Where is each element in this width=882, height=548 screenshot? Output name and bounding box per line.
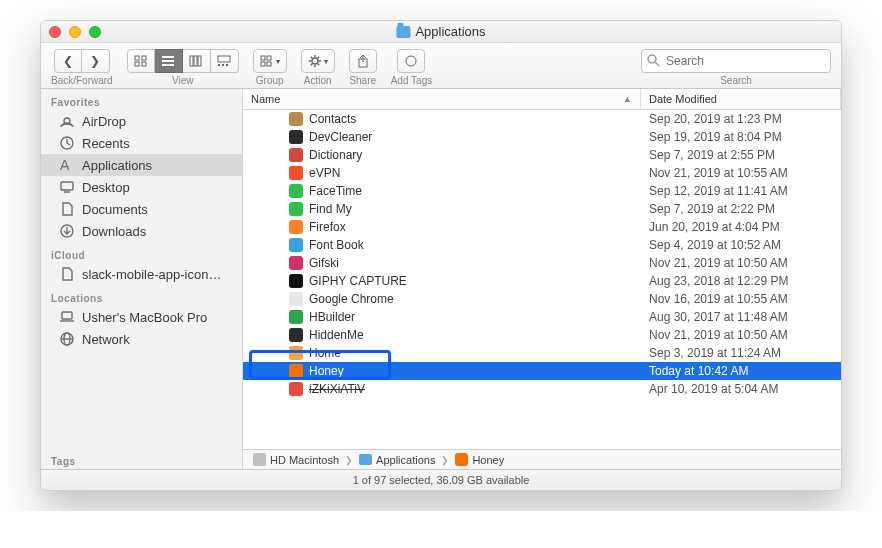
view-switcher bbox=[127, 49, 239, 73]
svg-rect-16 bbox=[261, 62, 265, 66]
search-input[interactable] bbox=[641, 49, 831, 73]
action-button[interactable]: ▾ bbox=[301, 49, 335, 73]
column-view-button[interactable] bbox=[183, 49, 211, 73]
svg-rect-39 bbox=[62, 312, 72, 319]
path-disk-label: HD Macintosh bbox=[270, 454, 339, 466]
folder-icon bbox=[396, 26, 410, 38]
file-date: Nov 16, 2019 at 10:55 AM bbox=[641, 292, 841, 306]
table-row[interactable]: eVPNNov 21, 2019 at 10:55 AM bbox=[243, 164, 841, 182]
globe-icon bbox=[59, 331, 75, 347]
table-row[interactable]: ContactsSep 20, 2019 at 1:23 PM bbox=[243, 110, 841, 128]
table-row[interactable]: HBuilderAug 30, 2017 at 11:48 AM bbox=[243, 308, 841, 326]
sidebar: Favorites AirDropRecentsAApplicationsDes… bbox=[41, 89, 243, 469]
app-icon bbox=[289, 274, 303, 288]
share-label: Share bbox=[349, 75, 376, 86]
table-row[interactable]: FirefoxJun 20, 2019 at 4:04 PM bbox=[243, 218, 841, 236]
table-row[interactable]: DevCleanerSep 19, 2019 at 8:04 PM bbox=[243, 128, 841, 146]
app-icon bbox=[289, 382, 303, 396]
sort-caret-icon: ▲ bbox=[623, 94, 632, 104]
table-row[interactable]: Font BookSep 4, 2019 at 10:52 AM bbox=[243, 236, 841, 254]
file-name: GIPHY CAPTURE bbox=[309, 274, 407, 288]
column-name-header[interactable]: Name ▲ bbox=[243, 89, 641, 109]
app-icon bbox=[289, 130, 303, 144]
table-row[interactable]: iZKiXiATiVApr 10, 2019 at 5:04 AM bbox=[243, 380, 841, 398]
file-date: Nov 21, 2019 at 10:55 AM bbox=[641, 166, 841, 180]
sidebar-item-label: Desktop bbox=[82, 180, 130, 195]
traffic-lights bbox=[49, 26, 101, 38]
downloads-icon bbox=[59, 223, 75, 239]
path-folder[interactable]: Applications bbox=[359, 454, 435, 466]
icloud-header: iCloud bbox=[41, 246, 242, 263]
toolbar: ❮ ❯ Back/Forward View bbox=[41, 43, 841, 89]
table-row[interactable]: Find MySep 7, 2019 at 2:22 PM bbox=[243, 200, 841, 218]
gallery-view-button[interactable] bbox=[211, 49, 239, 73]
sidebar-item-recents[interactable]: Recents bbox=[41, 132, 242, 154]
file-date: Sep 7, 2019 at 2:22 PM bbox=[641, 202, 841, 216]
file-date: Apr 10, 2019 at 5:04 AM bbox=[641, 382, 841, 396]
svg-line-25 bbox=[310, 64, 311, 65]
file-name: HBuilder bbox=[309, 310, 355, 324]
table-row[interactable]: GifskiNov 21, 2019 at 10:50 AM bbox=[243, 254, 841, 272]
table-row[interactable]: HoneyToday at 10:42 AM bbox=[243, 362, 841, 380]
close-icon[interactable] bbox=[49, 26, 61, 38]
table-row[interactable]: DictionarySep 7, 2019 at 2:55 PM bbox=[243, 146, 841, 164]
airdrop-icon bbox=[59, 113, 75, 129]
icon-view-button[interactable] bbox=[127, 49, 155, 73]
table-row[interactable]: FaceTimeSep 12, 2019 at 11:41 AM bbox=[243, 182, 841, 200]
apps-icon: A bbox=[59, 157, 75, 173]
sidebar-item-desktop[interactable]: Desktop bbox=[41, 176, 242, 198]
file-name: Firefox bbox=[309, 220, 346, 234]
zoom-icon[interactable] bbox=[89, 26, 101, 38]
gallery-view-icon bbox=[217, 55, 231, 67]
forward-button[interactable]: ❯ bbox=[82, 49, 110, 73]
sidebar-item-label: Documents bbox=[82, 202, 148, 217]
group-label: Group bbox=[256, 75, 284, 86]
sidebar-item-usher-s-macbook-pro[interactable]: Usher's MacBook Pro bbox=[41, 306, 242, 328]
group-icon bbox=[260, 55, 274, 67]
file-date: Sep 20, 2019 at 1:23 PM bbox=[641, 112, 841, 126]
path-disk[interactable]: HD Macintosh bbox=[253, 453, 339, 466]
sidebar-item-downloads[interactable]: Downloads bbox=[41, 220, 242, 242]
back-forward-label: Back/Forward bbox=[51, 75, 113, 86]
titlebar[interactable]: Applications bbox=[41, 21, 841, 43]
app-icon bbox=[289, 202, 303, 216]
file-name: DevCleaner bbox=[309, 130, 372, 144]
laptop-icon bbox=[59, 309, 75, 325]
column-date-label: Date Modified bbox=[649, 93, 717, 105]
table-row[interactable]: GIPHY CAPTUREAug 23, 2018 at 12:29 PM bbox=[243, 272, 841, 290]
back-button[interactable]: ❮ bbox=[54, 49, 82, 73]
sidebar-item-label: Network bbox=[82, 332, 130, 347]
app-icon bbox=[289, 112, 303, 126]
svg-rect-2 bbox=[135, 62, 139, 66]
sidebar-item-network[interactable]: Network bbox=[41, 328, 242, 350]
favorites-header: Favorites bbox=[41, 93, 242, 110]
sidebar-item-applications[interactable]: AApplications bbox=[41, 154, 242, 176]
group-button[interactable]: ▾ bbox=[253, 49, 287, 73]
chevron-right-icon: ❯ bbox=[441, 455, 449, 465]
path-item[interactable]: Honey bbox=[455, 453, 504, 466]
table-row[interactable]: HiddenMeNov 21, 2019 at 10:50 AM bbox=[243, 326, 841, 344]
svg-rect-3 bbox=[142, 62, 146, 66]
addtags-button[interactable] bbox=[397, 49, 425, 73]
file-list[interactable]: ContactsSep 20, 2019 at 1:23 PMDevCleane… bbox=[243, 110, 841, 398]
file-date: Aug 23, 2018 at 12:29 PM bbox=[641, 274, 841, 288]
share-button[interactable] bbox=[349, 49, 377, 73]
svg-line-24 bbox=[317, 64, 318, 65]
disk-icon bbox=[253, 453, 266, 466]
column-date-header[interactable]: Date Modified bbox=[641, 89, 841, 109]
app-icon bbox=[289, 310, 303, 324]
file-name: Find My bbox=[309, 202, 352, 216]
view-label: View bbox=[172, 75, 194, 86]
sidebar-item-label: Downloads bbox=[82, 224, 146, 239]
file-name: Google Chrome bbox=[309, 292, 394, 306]
sidebar-item-documents[interactable]: Documents bbox=[41, 198, 242, 220]
minimize-icon[interactable] bbox=[69, 26, 81, 38]
sidebar-item-airdrop[interactable]: AirDrop bbox=[41, 110, 242, 132]
list-view-button[interactable] bbox=[155, 49, 183, 73]
sidebar-item-slack-mobile-app-icon-[interactable]: slack-mobile-app-icon… bbox=[41, 263, 242, 285]
table-row[interactable]: Google ChromeNov 16, 2019 at 10:55 AM bbox=[243, 290, 841, 308]
file-name: HiddenMe bbox=[309, 328, 364, 342]
svg-line-23 bbox=[310, 57, 311, 58]
table-row[interactable]: HomeSep 3, 2019 at 11:24 AM bbox=[243, 344, 841, 362]
svg-rect-8 bbox=[194, 56, 197, 66]
